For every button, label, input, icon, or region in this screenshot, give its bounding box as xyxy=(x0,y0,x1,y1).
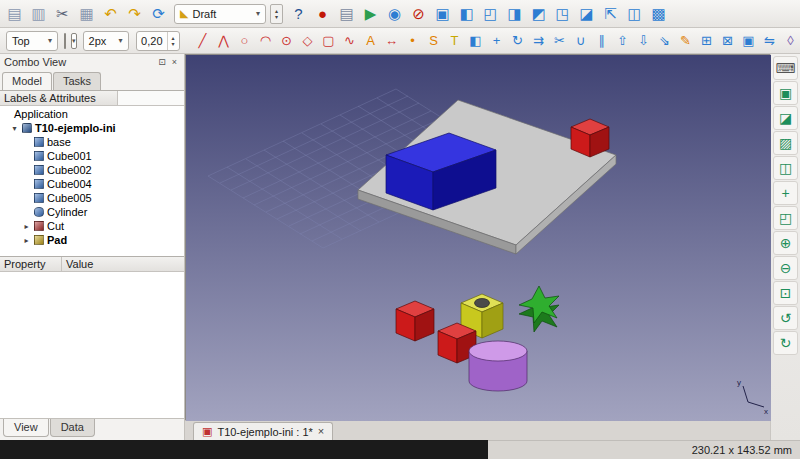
tab-tasks[interactable]: Tasks xyxy=(53,72,101,90)
draft-downgrade-icon[interactable]: ⇩ xyxy=(634,31,654,51)
cut-icon[interactable]: ✂ xyxy=(51,3,74,25)
texture-view-icon[interactable]: ▨ xyxy=(773,131,798,155)
open-document-icon[interactable]: ▥ xyxy=(27,3,50,25)
spin-down-icon[interactable]: ▾ xyxy=(271,14,282,20)
restore-view-icon[interactable]: ↺ xyxy=(773,306,798,330)
close-panel-icon[interactable]: × xyxy=(169,57,180,67)
combo-view-titlebar[interactable]: Combo View ⊡ × xyxy=(0,54,184,70)
draft-working-plane-icon[interactable]: ◊ xyxy=(781,31,800,51)
close-document-icon[interactable]: × xyxy=(318,426,324,437)
redo-icon[interactable]: ↷ xyxy=(123,3,146,25)
tree-item[interactable]: Cube004 xyxy=(0,177,184,191)
view-axonometric-icon[interactable]: ◫ xyxy=(623,3,646,25)
fit-all-icon[interactable]: ◉ xyxy=(383,3,406,25)
select-view-icon[interactable]: ▣ xyxy=(773,81,798,105)
scale-spinner[interactable]: ▴ ▾ xyxy=(167,32,179,50)
draft-bspline-icon[interactable]: ∿ xyxy=(340,31,360,51)
float-panel-icon[interactable]: ⊡ xyxy=(155,57,169,67)
draft-line-icon[interactable]: ╱ xyxy=(193,31,213,51)
tree-item[interactable]: Application xyxy=(0,107,184,121)
property-column-header[interactable]: Property xyxy=(0,257,62,271)
tab-model[interactable]: Model xyxy=(2,72,52,90)
view-rear-icon[interactable]: ◩ xyxy=(527,3,550,25)
draft-join-icon[interactable]: ∪ xyxy=(571,31,591,51)
draft-scale-icon[interactable]: ⇘ xyxy=(655,31,675,51)
line-color-swatch[interactable] xyxy=(64,33,66,49)
red-cube-a[interactable] xyxy=(396,301,434,341)
macros-icon[interactable]: ▤ xyxy=(335,3,358,25)
view-left-icon[interactable]: ◪ xyxy=(575,3,598,25)
labels-attributes-header[interactable]: Labels & Attributes xyxy=(0,91,118,106)
shadow-view-icon[interactable]: ◫ xyxy=(773,156,798,180)
draft-rectangle-icon[interactable]: ▢ xyxy=(319,31,339,51)
tree-item[interactable]: base xyxy=(0,135,184,149)
draft-edit-icon[interactable]: ✎ xyxy=(676,31,696,51)
undo-icon[interactable]: ↶ xyxy=(99,3,122,25)
tree-item[interactable]: ▸ Cut xyxy=(0,219,184,233)
axis-cross-icon[interactable]: + xyxy=(773,181,798,205)
purple-cylinder[interactable] xyxy=(469,341,527,391)
draft-point-icon[interactable]: • xyxy=(403,31,423,51)
view-isometric-icon[interactable]: ▣ xyxy=(431,3,454,25)
view-top-icon[interactable]: ◰ xyxy=(479,3,502,25)
macro-record-icon[interactable]: ● xyxy=(311,3,334,25)
draft-array-icon[interactable]: ⊞ xyxy=(697,31,717,51)
draft-offset-icon[interactable]: ⇉ xyxy=(529,31,549,51)
draft-shapestring-icon[interactable]: T xyxy=(445,31,465,51)
draft-move-icon[interactable]: + xyxy=(487,31,507,51)
keyboard-shortcut-icon[interactable]: ⌨ xyxy=(773,56,798,80)
whats-this-icon[interactable]: ? xyxy=(287,3,310,25)
face-color-swatch[interactable]: ▾ xyxy=(71,33,77,49)
view-bottom-icon[interactable]: ◳ xyxy=(551,3,574,25)
draft-clone-icon[interactable]: ▣ xyxy=(739,31,759,51)
scale-spinbox[interactable]: 0,20 ▴ ▾ xyxy=(136,31,180,51)
new-document-icon[interactable]: ▤ xyxy=(3,3,26,25)
draft-text-icon[interactable]: A xyxy=(361,31,381,51)
draft-trimex-icon[interactable]: ✂ xyxy=(550,31,570,51)
draw-style-icon[interactable]: ⊘ xyxy=(407,3,430,25)
refresh-icon[interactable]: ⟳ xyxy=(147,3,170,25)
measure-distance-icon[interactable]: ⇱ xyxy=(599,3,622,25)
draft-wire-icon[interactable]: ⋀ xyxy=(214,31,234,51)
store-view-icon[interactable]: ↻ xyxy=(773,331,798,355)
draft-facebinder-icon[interactable]: ◧ xyxy=(466,31,486,51)
draft-upgrade-icon[interactable]: ⇧ xyxy=(613,31,633,51)
workbench-selector[interactable]: ◣ Draft ▾ xyxy=(174,4,266,24)
tree-item[interactable]: Cube001 xyxy=(0,149,184,163)
tree-item[interactable]: Cube005 xyxy=(0,191,184,205)
workbench-spinner[interactable]: ▴ ▾ xyxy=(270,4,283,24)
yellow-cube-hole[interactable] xyxy=(475,299,490,308)
macro-play-icon[interactable]: ▶ xyxy=(359,3,382,25)
view-right-icon[interactable]: ◨ xyxy=(503,3,526,25)
draft-split-icon[interactable]: ∥ xyxy=(592,31,612,51)
tree-item[interactable]: Cube002 xyxy=(0,163,184,177)
box-zoom-icon[interactable]: ⊡ xyxy=(773,281,798,305)
draft-arc-icon[interactable]: ◠ xyxy=(256,31,276,51)
stereo-view-icon[interactable]: ◰ xyxy=(773,206,798,230)
red-cube-on-plate[interactable] xyxy=(571,119,609,157)
spin-down-icon[interactable]: ▾ xyxy=(168,41,179,47)
clipping-plane-icon[interactable]: ▩ xyxy=(647,3,670,25)
draft-ellipse-icon[interactable]: ⊙ xyxy=(277,31,297,51)
cylinder-top-face[interactable] xyxy=(469,341,527,361)
tree-expander-icon[interactable]: ▸ xyxy=(22,236,31,245)
3d-viewport[interactable]: x y xyxy=(185,54,770,420)
value-column-header[interactable]: Value xyxy=(62,257,184,271)
tree-item[interactable]: Cylinder xyxy=(0,205,184,219)
zoom-in-icon[interactable]: ⊕ xyxy=(773,231,798,255)
clip-plane-icon[interactable]: ◪ xyxy=(773,106,798,130)
draft-rotate-icon[interactable]: ↻ xyxy=(508,31,528,51)
view-front-icon[interactable]: ◧ xyxy=(455,3,478,25)
tree-expander-icon[interactable]: ▾ xyxy=(10,124,19,133)
tab-data[interactable]: Data xyxy=(50,419,95,437)
draft-polygon-icon[interactable]: ◇ xyxy=(298,31,318,51)
line-width-selector[interactable]: 2px ▾ xyxy=(83,31,129,51)
tree-expander-icon[interactable]: ▸ xyxy=(22,222,31,231)
draft-dimension-icon[interactable]: ↔ xyxy=(382,31,402,51)
document-tab[interactable]: ▣ T10-ejemplo-ini : 1* × xyxy=(193,422,333,440)
tree-item[interactable]: ▸ Pad xyxy=(0,233,184,247)
zoom-out-icon[interactable]: ⊖ xyxy=(773,256,798,280)
draft-path-array-icon[interactable]: ⊠ xyxy=(718,31,738,51)
tab-view[interactable]: View xyxy=(3,419,49,437)
tree-item[interactable]: ▾ T10-ejemplo-ini xyxy=(0,121,184,135)
